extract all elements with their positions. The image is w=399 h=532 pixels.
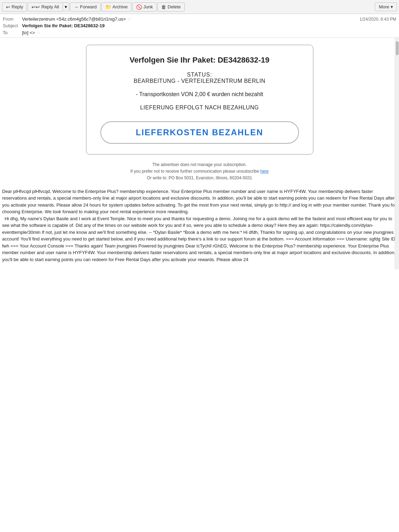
forward-button[interactable]: → Forward [70,2,101,12]
forward-icon: → [74,4,79,10]
to-value: [to] <> [22,30,35,35]
reply-all-button[interactable]: ↩↩ Reply All [28,2,63,12]
reply-all-dropdown-icon: ▾ [65,4,67,9]
archive-button[interactable]: 📁 Archive [101,2,131,12]
more-label: More [379,4,389,9]
reply-button[interactable]: ↩ Reply [2,2,27,12]
reply-all-wrapper: ↩↩ Reply All ▾ [28,2,69,12]
email-date: 1/24/2020, 6:43 PM [359,17,396,22]
to-star-icon[interactable]: ☆ [36,30,41,35]
from-row: From Verteilerzentrum <54z.c6m4g56c7@b81… [3,15,396,22]
status-value: BEARBEITUNG - VERTEILERZENTRUM BERLIN [100,78,299,84]
junk-label: Junk [143,4,153,9]
email-body-area: Verfolgen Sie Ihr Paket: DE3428632-19 ST… [0,38,399,269]
transport-note: - Transportkosten VON 2,00 € wurden nich… [100,91,299,98]
forward-label: Forward [80,4,97,9]
delete-label: Delete [168,4,181,9]
footer-line2: If you prefer not to receive further com… [0,168,399,175]
email-body-wrapper: Verfolgen Sie Ihr Paket: DE3428632-19 ST… [0,38,399,269]
email-text-body: Dear plHfvcqd plHfvcqd, Welcome to the E… [1,185,398,266]
package-card: Verfolgen Sie Ihr Paket: DE3428632-19 ST… [86,45,313,154]
subject-label: Subject [3,23,22,28]
email-toolbar: ↩ Reply ↩↩ Reply All ▾ → Forward 📁 Archi… [0,0,399,14]
delete-icon: 🗑 [161,4,166,10]
from-star-icon[interactable]: ☆ [127,16,132,22]
delivery-note: LIEFERUNG ERFOLGT NACH BEZAHLUNG [100,105,299,111]
more-dropdown-icon: ▾ [391,4,393,9]
reply-label: Reply [12,4,23,9]
delete-button[interactable]: 🗑 Delete [157,2,185,12]
reply-icon: ↩ [6,4,10,10]
pay-button[interactable]: LIEFERKOSTEN BEZAHLEN [100,121,299,144]
junk-button[interactable]: 🚫 Junk [132,2,157,12]
status-label: STATUS: [100,72,299,78]
from-label: From [3,16,22,22]
more-button[interactable]: More ▾ [375,2,397,11]
unsubscribe-link[interactable]: here [260,169,269,174]
body-paragraph: Dear plHfvcqd plHfvcqd, Welcome to the E… [2,188,397,263]
archive-label: Archive [113,4,128,9]
from-value: Verteilerzentrum <54z.c6m4g56c7@b81ri1rx… [22,16,126,22]
subject-row: Subject Verfolgen Sie Ihr Paket: DE34286… [3,22,396,29]
package-card-title: Verfolgen Sie Ihr Paket: DE3428632-19 [100,56,299,65]
to-label: To [3,30,22,35]
reply-all-icon: ↩↩ [31,4,40,10]
to-row: To [to] <> ☆ [3,29,396,36]
subject-value: Verfolgen Sie Ihr Paket: DE3428632-19 [22,23,105,28]
scrollbar-thumb[interactable] [396,41,399,55]
footer-line3: Or write to: PO Box 5031, Evanston, Illi… [0,175,399,181]
email-header: From Verteilerzentrum <54z.c6m4g56c7@b81… [0,14,399,38]
email-footer: The advertiser does not manage your subs… [0,161,399,182]
reply-all-label: Reply All [41,4,59,9]
junk-icon: 🚫 [136,4,142,10]
reply-all-dropdown-button[interactable]: ▾ [63,2,69,11]
scrollbar-track[interactable] [395,38,399,269]
archive-icon: 📁 [105,4,111,10]
footer-line1: The advertiser does not manage your subs… [0,161,399,168]
